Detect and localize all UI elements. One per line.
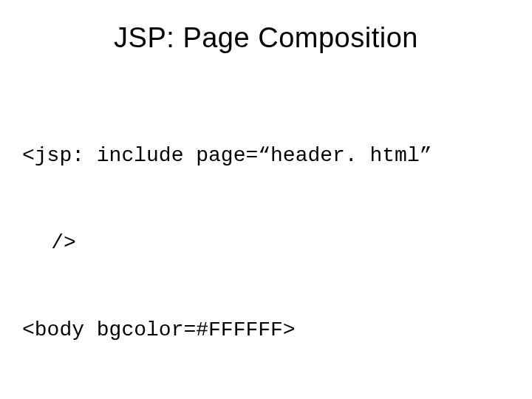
code-line-2: <body bgcolor=#FFFFFF>: [22, 316, 510, 344]
code-line-1b: />: [22, 228, 510, 257]
code-block: <jsp: include page=“header. html” /> <bo…: [22, 83, 510, 399]
code-line-1a: <jsp: include page=“header. html”: [22, 141, 510, 170]
slide-title: JSP: Page Composition: [22, 22, 510, 54]
